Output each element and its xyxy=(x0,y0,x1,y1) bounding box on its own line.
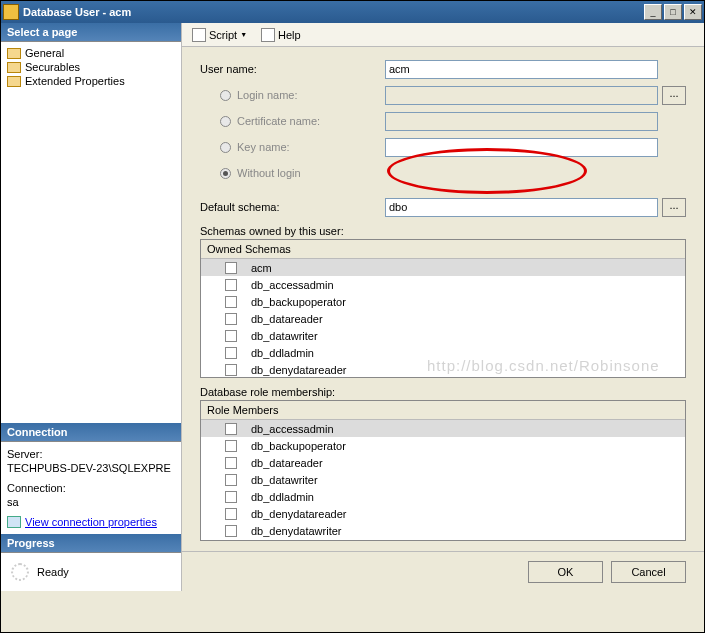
nav-label: General xyxy=(25,47,64,59)
progress-section: Ready xyxy=(1,553,181,591)
checkbox[interactable] xyxy=(225,364,237,376)
schema-row[interactable]: db_ddladmin xyxy=(201,344,685,361)
page-icon xyxy=(7,48,21,59)
script-icon xyxy=(192,28,206,42)
checkbox[interactable] xyxy=(225,296,237,308)
key-name-input[interactable] xyxy=(385,138,658,157)
role-name: db_accessadmin xyxy=(237,423,334,435)
left-panel: Select a page General Securables Extende… xyxy=(1,23,181,591)
schemas-grid: Owned Schemas acmdb_accessadmindb_backup… xyxy=(200,239,686,378)
checkbox[interactable] xyxy=(225,279,237,291)
checkbox[interactable] xyxy=(225,330,237,342)
view-connection-link[interactable]: View connection properties xyxy=(25,516,157,528)
role-row[interactable]: db_ddladmin xyxy=(201,488,685,505)
login-name-radio xyxy=(220,90,231,101)
login-browse-button[interactable]: ... xyxy=(662,86,686,105)
help-button[interactable]: Help xyxy=(257,26,305,44)
right-panel: Script▼ Help http://blog.csdn.net/Robins… xyxy=(181,23,704,591)
cancel-button[interactable]: Cancel xyxy=(611,561,686,583)
role-row[interactable]: db_denydatareader xyxy=(201,505,685,522)
nav-extended-properties[interactable]: Extended Properties xyxy=(5,74,177,88)
spinner-icon xyxy=(11,563,29,581)
login-name-input xyxy=(385,86,658,105)
role-name: db_ddladmin xyxy=(237,491,314,503)
user-name-row: User name: acm xyxy=(200,59,686,79)
checkbox[interactable] xyxy=(225,262,237,274)
checkbox[interactable] xyxy=(225,423,237,435)
window-controls: _ □ ✕ xyxy=(644,4,702,20)
titlebar: Database User - acm _ □ ✕ xyxy=(1,1,704,23)
schema-row[interactable]: acm xyxy=(201,259,685,276)
schema-row[interactable]: db_denydatareader xyxy=(201,361,685,377)
dialog-buttons: OK Cancel xyxy=(182,551,704,591)
user-name-label: User name: xyxy=(200,63,385,75)
schema-row[interactable]: db_datareader xyxy=(201,310,685,327)
nav-securables[interactable]: Securables xyxy=(5,60,177,74)
checkbox[interactable] xyxy=(225,457,237,469)
checkbox[interactable] xyxy=(225,525,237,537)
cert-name-row: Certificate name: xyxy=(200,111,686,131)
connection-section: Server: TECHPUBS-DEV-23\SQLEXPRE Connect… xyxy=(1,442,181,534)
login-name-label: Login name: xyxy=(200,89,385,101)
role-row[interactable]: db_denydatawriter xyxy=(201,522,685,539)
close-button[interactable]: ✕ xyxy=(684,4,702,20)
role-name: db_denydatareader xyxy=(237,508,346,520)
role-row[interactable]: db_accessadmin xyxy=(201,420,685,437)
checkbox[interactable] xyxy=(225,440,237,452)
server-label: Server: xyxy=(7,448,175,460)
default-schema-label: Default schema: xyxy=(200,201,385,213)
script-button[interactable]: Script▼ xyxy=(188,26,251,44)
default-schema-input[interactable]: dbo xyxy=(385,198,658,217)
checkbox[interactable] xyxy=(225,491,237,503)
role-name: db_datawriter xyxy=(237,474,318,486)
role-name: db_backupoperator xyxy=(237,440,346,452)
without-login-radio xyxy=(220,168,231,179)
checkbox[interactable] xyxy=(225,474,237,486)
checkbox[interactable] xyxy=(225,347,237,359)
nav-label: Extended Properties xyxy=(25,75,125,87)
view-connection-row: View connection properties xyxy=(7,516,175,528)
roles-body[interactable]: db_accessadmindb_backupoperatordb_datare… xyxy=(201,420,685,540)
role-name: db_datareader xyxy=(237,457,323,469)
role-row[interactable]: db_datareader xyxy=(201,454,685,471)
default-schema-row: Default schema: dbo ... xyxy=(200,197,686,217)
schema-browse-button[interactable]: ... xyxy=(662,198,686,217)
script-label: Script xyxy=(209,29,237,41)
page-icon xyxy=(7,62,21,73)
progress-status: Ready xyxy=(37,566,69,578)
user-name-input[interactable]: acm xyxy=(385,60,658,79)
schema-name: db_accessadmin xyxy=(237,279,334,291)
nav-general[interactable]: General xyxy=(5,46,177,60)
key-name-radio xyxy=(220,142,231,153)
cert-name-input xyxy=(385,112,658,131)
schema-row[interactable]: db_backupoperator xyxy=(201,293,685,310)
schema-name: db_datawriter xyxy=(237,330,318,342)
roles-header: Role Members xyxy=(201,401,685,420)
ok-button[interactable]: OK xyxy=(528,561,603,583)
cert-name-label: Certificate name: xyxy=(200,115,385,127)
dropdown-icon: ▼ xyxy=(240,31,247,38)
without-login-label: Without login xyxy=(200,167,385,179)
schema-name: db_denydatareader xyxy=(237,364,346,376)
role-row[interactable]: db_backupoperator xyxy=(201,437,685,454)
role-row[interactable]: db_datawriter xyxy=(201,471,685,488)
key-name-row: Key name: xyxy=(200,137,686,157)
role-name: db_denydatawriter xyxy=(237,525,342,537)
checkbox[interactable] xyxy=(225,313,237,325)
checkbox[interactable] xyxy=(225,508,237,520)
page-nav: General Securables Extended Properties xyxy=(1,42,181,92)
schema-name: db_backupoperator xyxy=(237,296,346,308)
maximize-button[interactable]: □ xyxy=(664,4,682,20)
minimize-button[interactable]: _ xyxy=(644,4,662,20)
content-area: http://blog.csdn.net/Robinsone User name… xyxy=(182,47,704,551)
schemas-body[interactable]: acmdb_accessadmindb_backupoperatordb_dat… xyxy=(201,259,685,377)
schema-row[interactable]: db_datawriter xyxy=(201,327,685,344)
roles-label: Database role membership: xyxy=(200,386,686,398)
window-title: Database User - acm xyxy=(23,6,644,18)
cert-name-radio xyxy=(220,116,231,127)
spacer xyxy=(1,92,181,423)
schema-row[interactable]: db_accessadmin xyxy=(201,276,685,293)
login-name-row: Login name: ... xyxy=(200,85,686,105)
progress-header: Progress xyxy=(1,534,181,553)
schema-name: db_datareader xyxy=(237,313,323,325)
